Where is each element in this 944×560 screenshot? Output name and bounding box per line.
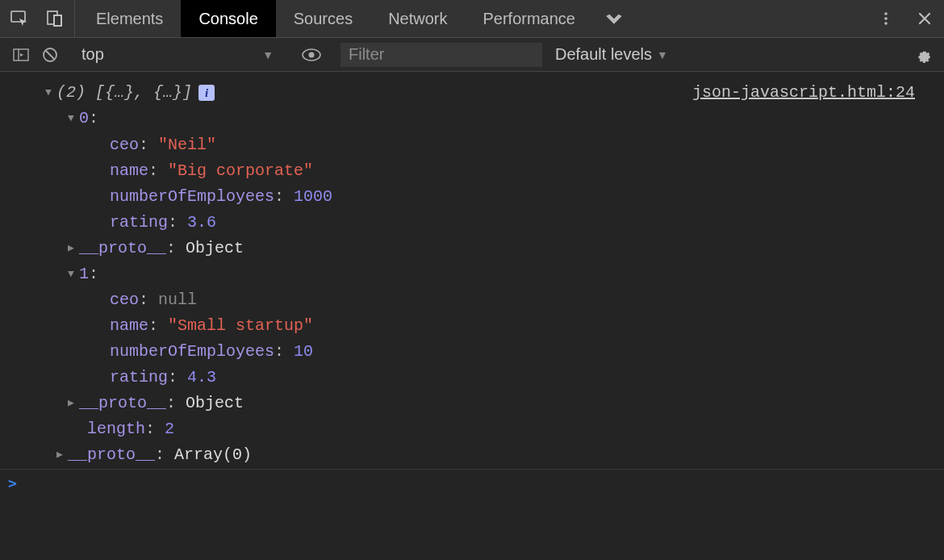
- inspect-element-icon[interactable]: [0, 0, 39, 37]
- property-value: "Small startup": [168, 316, 313, 335]
- svg-rect-2: [54, 15, 61, 26]
- property-row[interactable]: numberOfEmployees: 10: [45, 339, 332, 365]
- log-levels-select[interactable]: Default levels ▼: [555, 45, 668, 64]
- property-value: 4.3: [187, 368, 216, 387]
- svg-point-6: [884, 22, 888, 25]
- filter-input[interactable]: [340, 43, 542, 67]
- info-badge-icon[interactable]: i: [198, 85, 215, 101]
- toggle-sidebar-icon[interactable]: [6, 43, 36, 67]
- property-key: ceo: [110, 136, 139, 154]
- expand-arrow-icon[interactable]: [68, 236, 79, 261]
- property-value: "Neil": [158, 136, 216, 154]
- property-value: 1000: [294, 187, 332, 206]
- console-prompt[interactable]: >: [0, 469, 944, 508]
- context-label: top: [81, 45, 104, 64]
- clear-console-icon[interactable]: [36, 43, 65, 67]
- tab-sources[interactable]: Sources: [276, 0, 370, 37]
- close-icon[interactable]: [905, 0, 944, 37]
- object-index-row[interactable]: 0:: [45, 106, 332, 132]
- tab-elements[interactable]: Elements: [78, 0, 181, 37]
- length-key: length: [87, 420, 145, 438]
- property-key: name: [110, 161, 148, 180]
- kebab-menu-icon[interactable]: [867, 0, 905, 37]
- proto-key: __proto__: [79, 239, 166, 257]
- chevron-down-icon: ▼: [657, 48, 668, 61]
- property-row[interactable]: rating: 3.6: [45, 210, 332, 236]
- property-value: null: [158, 290, 197, 309]
- property-row[interactable]: ceo: null: [45, 287, 332, 313]
- property-key: rating: [110, 368, 168, 387]
- property-key: name: [110, 316, 148, 335]
- property-value: "Big corporate": [168, 161, 313, 180]
- property-row[interactable]: name: "Big corporate": [45, 158, 332, 184]
- object-tree: (2) [{…}, {…}]i 0: ceo: "Neil" name: "Bi…: [6, 80, 332, 469]
- devtools-tabbar: Elements Console Sources Network Perform…: [0, 0, 944, 38]
- proto-value: Object: [186, 394, 244, 412]
- proto-row[interactable]: __proto__: Object: [45, 391, 332, 416]
- property-value: 10: [294, 342, 313, 361]
- property-row[interactable]: name: "Small startup": [45, 313, 332, 339]
- length-row[interactable]: length: 2: [45, 416, 332, 442]
- separator: [74, 0, 75, 37]
- expand-arrow-icon[interactable]: [68, 391, 79, 416]
- property-key: rating: [110, 213, 168, 232]
- log-entry: (2) [{…}, {…}]i 0: ceo: "Neil" name: "Bi…: [6, 80, 938, 469]
- tab-performance[interactable]: Performance: [466, 0, 594, 37]
- array-preview-text: (2) [{…}, {…}]: [56, 83, 192, 102]
- live-expression-icon[interactable]: [297, 43, 326, 67]
- svg-point-5: [884, 17, 888, 20]
- property-row[interactable]: rating: 4.3: [45, 365, 332, 391]
- panel-tabs: Elements Console Sources Network Perform…: [78, 0, 635, 37]
- proto-row[interactable]: __proto__: Object: [45, 236, 332, 261]
- property-key: numberOfEmployees: [110, 342, 274, 361]
- expand-arrow-icon[interactable]: [45, 80, 56, 106]
- expand-arrow-icon[interactable]: [68, 106, 79, 132]
- prompt-chevron-icon: >: [8, 474, 17, 491]
- proto-value: Array(0): [174, 446, 252, 465]
- property-key: ceo: [110, 290, 139, 309]
- console-settings-icon[interactable]: [910, 47, 938, 63]
- more-tabs-icon[interactable]: [593, 0, 635, 37]
- proto-value: Object: [186, 239, 244, 257]
- property-row[interactable]: numberOfEmployees: 1000: [45, 184, 332, 210]
- object-index: 1: [79, 265, 89, 283]
- object-index: 0: [79, 110, 89, 128]
- svg-point-10: [309, 52, 315, 57]
- proto-key: __proto__: [68, 446, 155, 465]
- property-key: numberOfEmployees: [110, 187, 274, 206]
- property-row[interactable]: ceo: "Neil": [45, 132, 332, 158]
- tab-console[interactable]: Console: [181, 0, 275, 37]
- levels-label: Default levels: [555, 45, 652, 64]
- expand-arrow-icon[interactable]: [56, 442, 68, 468]
- console-output: (2) [{…}, {…}]i 0: ceo: "Neil" name: "Bi…: [0, 72, 944, 469]
- property-value: 3.6: [187, 213, 216, 232]
- array-proto-row[interactable]: __proto__: Array(0): [45, 442, 332, 468]
- chevron-down-icon: ▼: [262, 48, 274, 61]
- device-toolbar-icon[interactable]: [39, 0, 71, 37]
- length-value: 2: [165, 420, 174, 438]
- array-preview-row[interactable]: (2) [{…}, {…}]i: [45, 80, 332, 106]
- tab-network[interactable]: Network: [370, 0, 465, 37]
- svg-point-4: [884, 12, 888, 15]
- console-toolbar: top ▼ Default levels ▼: [0, 38, 944, 72]
- expand-arrow-icon[interactable]: [68, 261, 79, 287]
- proto-key: __proto__: [79, 394, 166, 412]
- execution-context-select[interactable]: top ▼: [73, 43, 282, 67]
- object-index-row[interactable]: 1:: [45, 261, 332, 287]
- source-link[interactable]: json-javascript.html:24: [692, 80, 915, 106]
